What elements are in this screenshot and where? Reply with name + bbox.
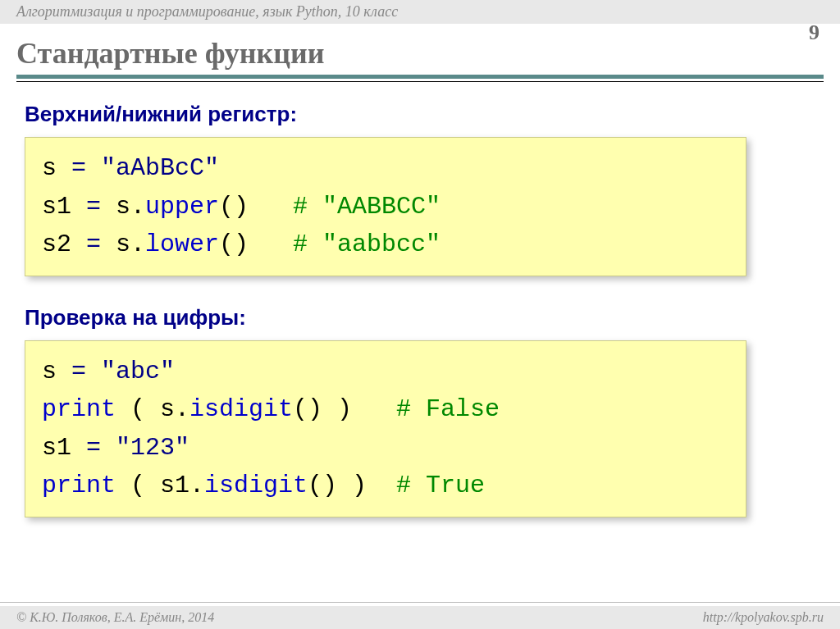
code-token: # "AABBCC" [293,193,441,221]
code-block: s = "aAbBcC"s1 = s.upper() # "AABBCC"s2 … [25,137,746,276]
code-line: s = "aAbBcC" [42,149,729,188]
code-token: () ) [308,472,396,499]
code-token: upper [145,193,219,221]
code-token: # True [396,472,485,499]
code-token: = [57,358,101,385]
code-token: print [42,472,116,499]
code-token: s [42,154,57,182]
code-token: s. [116,230,145,258]
code-line: s1 = "123" [42,429,729,467]
code-token: s. [116,193,145,221]
slide-title: Стандартные функции [16,36,824,71]
code-token: = [71,434,116,462]
code-line: s = "abc" [42,353,729,391]
section-label: Верхний/нижний регистр: [25,102,815,127]
code-token: = [71,230,116,258]
code-token: "abc" [101,358,175,385]
code-token: isdigit [189,395,293,423]
code-line: print ( s1.isdigit() ) # True [42,467,729,505]
page-number: 9 [809,21,819,45]
footer-copyright: © К.Ю. Поляков, Е.А. Ерёмин, 2014 [16,610,214,625]
footer-divider [0,602,840,603]
footer: © К.Ю. Поляков, Е.А. Ерёмин, 2014 http:/… [0,606,840,629]
code-line: s1 = s.upper() # "AABBCC" [42,188,729,226]
code-token: () ) [293,395,396,423]
code-token: s2 [42,230,71,258]
code-token: = [71,193,116,221]
code-line: s2 = s.lower() # "aabbcc" [42,226,729,264]
code-token: # "aabbcc" [293,230,441,258]
code-token: ( s1. [116,472,204,499]
code-token: s1 [42,434,71,462]
code-token: s1 [42,193,71,221]
header-breadcrumb: Алгоритмизация и программирование, язык … [0,0,840,24]
code-block: s = "abc"print ( s.isdigit() ) # Falses1… [25,340,746,517]
code-token: "aAbBcC" [101,154,219,182]
section-label: Проверка на цифры: [25,305,815,330]
code-token: s [42,358,57,385]
code-token: # False [396,395,500,423]
code-token: "123" [116,434,189,462]
code-token: isdigit [204,472,308,499]
code-token: () [219,193,293,221]
footer-url: http://kpolyakov.spb.ru [703,610,824,625]
code-token: lower [145,230,219,258]
code-token: print [42,395,116,423]
code-token: () [219,230,293,258]
code-token: ( s. [116,395,189,423]
code-line: print ( s.isdigit() ) # False [42,390,729,429]
code-token: = [57,154,101,182]
title-underline [16,75,824,83]
